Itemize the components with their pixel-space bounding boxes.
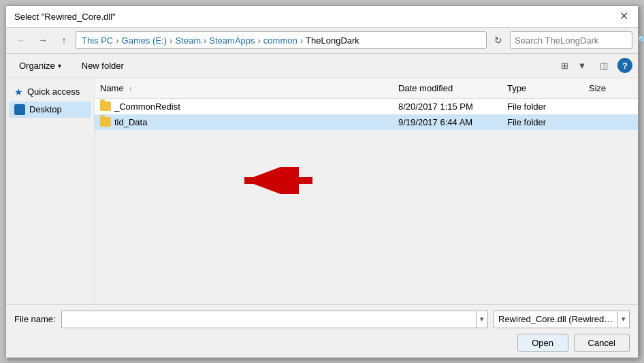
view-details-button[interactable]: ▼ — [574, 57, 590, 74]
file-name-commonredist: _CommonRedist — [114, 101, 180, 112]
red-arrow-indicator — [231, 167, 312, 194]
search-icon: 🔍 — [633, 35, 644, 46]
breadcrumb-games[interactable]: Games (E:) — [122, 35, 167, 46]
col-type-label: Type — [507, 83, 526, 93]
title-bar: Select "Rewired_Core.dll" ✕ — [6, 6, 638, 28]
search-input[interactable] — [511, 35, 633, 46]
file-rows: _CommonRedist 8/20/2017 1:15 PM File fol… — [95, 99, 638, 130]
filename-input-wrapper: ▾ — [61, 311, 488, 328]
filetype-selector: Rewired_Core.dll (Rewired_Core ▾ — [494, 311, 630, 328]
sort-arrow-icon: ↑ — [129, 85, 132, 93]
new-folder-button[interactable]: New folder — [74, 57, 131, 74]
breadcrumb-sep-3: › — [201, 35, 209, 46]
sidebar-label-quick-access: Quick access — [27, 86, 80, 97]
file-cell-name-commonredist: _CommonRedist — [95, 99, 393, 114]
star-icon: ★ — [14, 86, 23, 97]
file-name-tlddata: tld_Data — [114, 117, 147, 127]
navigation-bar: ← → ↑ This PC › Games (E:) › Steam › Ste… — [6, 28, 638, 54]
filename-row: File name: ▾ Rewired_Core.dll (Rewired_C… — [14, 311, 630, 328]
file-cell-size-commonredist — [583, 99, 638, 114]
folder-icon — [100, 117, 111, 127]
file-dialog: Select "Rewired_Core.dll" ✕ ← → ↑ This P… — [5, 5, 639, 358]
filename-label: File name: — [14, 314, 56, 324]
breadcrumb-steam[interactable]: Steam — [175, 35, 201, 46]
filename-dropdown-button[interactable]: ▾ — [476, 311, 487, 328]
file-cell-name-tlddata: tld_Data — [95, 115, 393, 129]
back-button[interactable]: ← — [12, 31, 31, 49]
col-size-label: Size — [589, 83, 606, 93]
table-row[interactable]: tld_Data 9/19/2017 6:44 AM File folder — [95, 114, 638, 130]
breadcrumb-sep-4: › — [255, 35, 263, 46]
filetype-dropdown-button[interactable]: ▾ — [617, 311, 629, 328]
breadcrumb-steamapps[interactable]: SteamApps — [209, 35, 255, 46]
col-header-date[interactable]: Date modified — [393, 81, 502, 95]
file-list-header: Name ↑ Date modified Type Size — [95, 78, 638, 99]
file-cell-size-tlddata — [583, 115, 638, 129]
file-cell-date-commonredist: 8/20/2017 1:15 PM — [393, 99, 502, 114]
help-button[interactable]: ? — [617, 58, 632, 73]
sidebar: ★ Quick access Desktop — [6, 78, 95, 304]
organize-chevron-icon: ▾ — [58, 62, 61, 69]
breadcrumb-current: TheLongDark — [306, 35, 359, 46]
col-name-label: Name — [100, 83, 124, 93]
file-list: Name ↑ Date modified Type Size — [95, 78, 638, 130]
breadcrumb-bar: This PC › Games (E:) › Steam › SteamApps… — [76, 31, 487, 49]
close-button[interactable]: ✕ — [617, 10, 630, 22]
col-header-type[interactable]: Type — [502, 81, 583, 95]
sidebar-item-quick-access[interactable]: ★ Quick access — [9, 84, 91, 100]
preview-pane-button[interactable]: ◫ — [596, 57, 612, 74]
action-row: Open Cancel — [14, 334, 630, 352]
col-header-name[interactable]: Name ↑ — [95, 81, 393, 95]
sidebar-item-desktop[interactable]: Desktop — [9, 101, 91, 118]
view-controls: ⊞ ▼ ◫ — [556, 57, 612, 74]
up-button[interactable]: ↑ — [55, 31, 73, 49]
file-cell-type-tlddata: File folder — [502, 115, 583, 129]
toolbar: Organize ▾ New folder ⊞ ▼ ◫ ? — [6, 54, 638, 78]
table-row[interactable]: _CommonRedist 8/20/2017 1:15 PM File fol… — [95, 99, 638, 114]
filename-input[interactable] — [62, 314, 476, 324]
cancel-button[interactable]: Cancel — [574, 334, 630, 352]
file-cell-type-commonredist: File folder — [502, 99, 583, 114]
forward-button[interactable]: → — [33, 31, 52, 49]
breadcrumb-common[interactable]: common — [263, 35, 297, 46]
refresh-button[interactable]: ↻ — [489, 31, 507, 49]
col-date-label: Date modified — [398, 83, 453, 93]
breadcrumb-sep-2: › — [167, 35, 175, 46]
organize-button[interactable]: Organize ▾ — [12, 57, 69, 74]
sidebar-label-desktop: Desktop — [29, 104, 62, 114]
breadcrumb-sep-5: › — [297, 35, 306, 46]
view-toggle-button[interactable]: ⊞ — [556, 57, 573, 74]
bottom-bar: File name: ▾ Rewired_Core.dll (Rewired_C… — [6, 304, 638, 358]
search-box: 🔍 — [510, 31, 632, 49]
col-header-size[interactable]: Size — [583, 81, 638, 95]
file-list-wrapper: Name ↑ Date modified Type Size — [95, 78, 638, 304]
file-cell-date-tlddata: 9/19/2017 6:44 AM — [393, 115, 502, 129]
organize-label: Organize — [19, 61, 55, 71]
dialog-title: Select "Rewired_Core.dll" — [14, 12, 116, 22]
filetype-text: Rewired_Core.dll (Rewired_Core — [494, 314, 617, 324]
content-area: ★ Quick access Desktop Name ↑ Date modif… — [6, 78, 638, 304]
desktop-icon — [14, 104, 25, 115]
breadcrumb-sep-1: › — [113, 35, 121, 46]
folder-icon — [100, 101, 111, 111]
open-button[interactable]: Open — [517, 334, 568, 352]
breadcrumb-this-pc[interactable]: This PC — [82, 35, 113, 46]
